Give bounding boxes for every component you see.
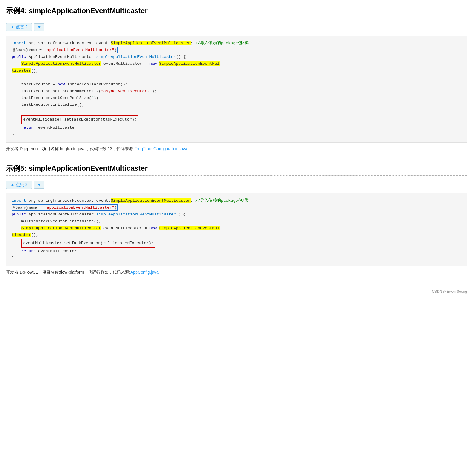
code-method-5: simpleApplicationEventMulticaster xyxy=(96,212,176,217)
page-container: 示例4: simpleApplicationEventMulticaster ▲… xyxy=(0,0,476,302)
vote-bar-4: ▲ 点赞 2 ▼ xyxy=(6,23,467,31)
example-section-5: 示例5: simpleApplicationEventMulticaster ▲… xyxy=(6,164,467,278)
vote-down-button-5[interactable]: ▼ xyxy=(34,181,44,189)
code-comment-5: //导入依赖的package包/类 xyxy=(195,198,249,203)
code-block-4: import org.springframework.context.event… xyxy=(6,36,467,143)
highlight-class2-5: SimpleApplicationEventMulticaster xyxy=(21,226,101,230)
highlight-bean-annotation-4: @Bean(name = "applicationEventMulticaste… xyxy=(12,47,118,53)
meta-info-4: 开发者ID:jeperon，项目名称:freqtrade-java，代码行数:1… xyxy=(6,146,467,155)
highlight-setTaskExecutor-4: eventMulticaster.setTaskExecutor(taskExe… xyxy=(21,115,138,124)
highlight-class2-4: SimpleApplicationEventMulticaster xyxy=(21,61,101,66)
meta-text-5: 开发者ID:FlowCL，项目名称:flow-platform，代码行数:8，代… xyxy=(6,270,130,275)
highlight-class-5: SimpleApplicationEventMulticaster xyxy=(111,198,190,203)
example-section-4: 示例4: simpleApplicationEventMulticaster ▲… xyxy=(6,6,467,155)
code-kw-public-4: public xyxy=(12,55,26,59)
highlight-class-4: SimpleApplicationEventMulticaster xyxy=(111,41,190,45)
highlight-bean-annotation-5: @Bean(name = "applicationEventMulticaste… xyxy=(12,204,118,211)
example-4-title: 示例4: simpleApplicationEventMulticaster xyxy=(6,6,467,18)
code-method-4: simpleApplicationEventMulticaster xyxy=(96,55,176,59)
vote-down-button-4[interactable]: ▼ xyxy=(34,23,44,31)
footer-credit: CSDN @Ewen Seong xyxy=(6,287,467,296)
code-block-5: import org.springframework.context.event… xyxy=(6,193,467,266)
highlight-setTaskExecutor-5: eventMulticaster.setTaskExecutor(multica… xyxy=(21,239,155,248)
meta-link-5[interactable]: AppConfig.java xyxy=(130,270,159,275)
code-kw-public-5: public xyxy=(12,212,26,217)
meta-info-5: 开发者ID:FlowCL，项目名称:flow-platform，代码行数:8，代… xyxy=(6,270,467,278)
code-keyword-import-5: import xyxy=(12,198,26,203)
code-comment-4: //导入依赖的package包/类 xyxy=(195,41,249,45)
vote-bar-5: ▲ 点赞 2 ▼ xyxy=(6,181,467,189)
vote-up-button-4[interactable]: ▲ 点赞 2 xyxy=(6,23,32,31)
meta-link-4[interactable]: FreqTradeConfiguration.java xyxy=(134,146,187,151)
code-keyword-import-4: import xyxy=(12,41,26,45)
example-5-title: 示例5: simpleApplicationEventMulticaster xyxy=(6,164,467,176)
meta-text-4: 开发者ID:jeperon，项目名称:freqtrade-java，代码行数:1… xyxy=(6,146,134,151)
vote-up-button-5[interactable]: ▲ 点赞 2 xyxy=(6,181,32,189)
